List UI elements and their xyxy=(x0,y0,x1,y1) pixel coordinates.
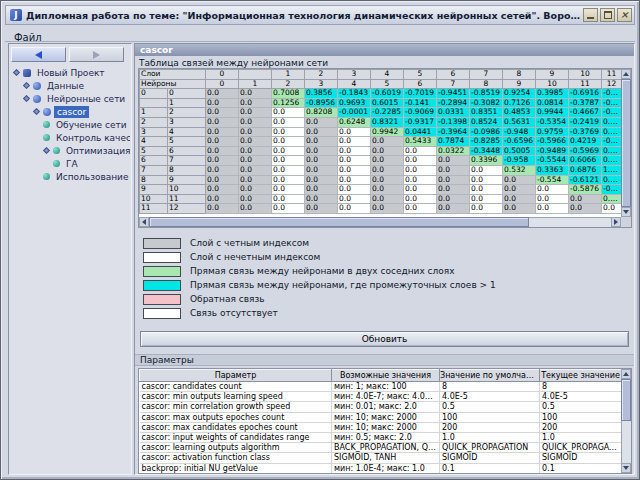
weight-cell[interactable]: 0.0 xyxy=(371,156,404,166)
weight-cell[interactable]: 0.0 xyxy=(404,146,437,156)
tree-item-data[interactable]: Данные xyxy=(10,79,130,92)
weight-cell[interactable]: 0.0 xyxy=(206,165,239,175)
weight-cell[interactable]: -0.5876 xyxy=(569,185,602,195)
params-row[interactable]: cascor: max outputs epoches countмин: 10… xyxy=(140,412,622,422)
weight-cell[interactable]: 0.0 xyxy=(239,146,272,156)
weight-cell[interactable]: -0.0001 xyxy=(338,108,371,118)
weight-cell[interactable]: 0.0 xyxy=(536,185,569,195)
weight-cell[interactable]: 0.5005 xyxy=(503,146,536,156)
weight-cell[interactable]: 0.0 xyxy=(536,194,569,204)
weight-cell[interactable]: 0.1256 xyxy=(272,98,305,108)
weight-cell[interactable]: -0.6596 xyxy=(503,137,536,147)
expanded-handle-icon[interactable] xyxy=(13,69,20,76)
weight-cell[interactable]: 0.6815 xyxy=(602,194,622,204)
weight-cell[interactable]: -0.5969 xyxy=(569,146,602,156)
params-cell[interactable]: cascor: max outputs epoches count xyxy=(140,412,332,422)
weight-cell[interactable]: -0.3769 xyxy=(569,127,602,137)
weight-cell[interactable]: 0.5433 xyxy=(404,137,437,147)
weight-cell[interactable]: 0.6066 xyxy=(569,156,602,166)
weight-cell[interactable]: 0.0 xyxy=(602,204,622,214)
weight-cell[interactable]: 0.0 xyxy=(437,156,470,166)
weight-cell[interactable]: 0.7874 xyxy=(437,137,470,147)
weight-cell[interactable]: -0.3448 xyxy=(470,146,503,156)
weight-cell[interactable]: -0.9317 xyxy=(404,117,437,127)
weight-cell[interactable]: 0.0 xyxy=(437,185,470,195)
weight-cell[interactable]: 0.0 xyxy=(305,194,338,204)
weight-cell[interactable]: -0.6121 xyxy=(569,175,602,185)
params-row[interactable]: cascor: input weights of candidates rang… xyxy=(140,433,622,443)
params-column-header[interactable]: Параметр xyxy=(140,370,332,382)
params-cell[interactable]: QUICK_PROPAGATION xyxy=(540,443,622,453)
weight-cell[interactable]: 0.9254 xyxy=(503,89,536,99)
weight-cell[interactable]: 0.0814 xyxy=(536,98,569,108)
expanded-handle-icon[interactable] xyxy=(33,108,40,115)
weight-cell[interactable]: -0.8285 xyxy=(470,137,503,147)
weight-cell[interactable]: 0.3985 xyxy=(536,89,569,99)
scrollbar-thumb[interactable] xyxy=(621,79,631,207)
params-cell[interactable]: 8 xyxy=(440,382,540,392)
params-cell[interactable]: 0.5 xyxy=(540,402,622,412)
refresh-button[interactable]: Обновить xyxy=(140,331,629,347)
weight-cell[interactable]: -0.0986 xyxy=(470,127,503,137)
weight-cell[interactable]: 0.0 xyxy=(536,204,569,214)
weight-cell[interactable]: -0.948 xyxy=(503,127,536,137)
params-cell[interactable]: 100 xyxy=(540,412,622,422)
weight-cell[interactable]: -0.1843 xyxy=(338,89,371,99)
params-row[interactable]: cascor: min correlation growth speedмин:… xyxy=(140,402,622,412)
maximize-button[interactable] xyxy=(600,8,615,22)
weight-cell[interactable]: 0.0 xyxy=(305,165,338,175)
weight-cell[interactable]: -0.3787 xyxy=(569,98,602,108)
weight-cell[interactable]: 0.0 xyxy=(206,194,239,204)
weight-cell[interactable]: 0.0 xyxy=(437,194,470,204)
weight-cell[interactable]: 0.0 xyxy=(371,137,404,147)
weight-cell[interactable]: 0.8524 xyxy=(470,117,503,127)
weight-cell[interactable]: 0.0 xyxy=(206,185,239,195)
params-row[interactable]: cascor: candidates countмин: 1; макс: 10… xyxy=(140,382,622,392)
scrollbar-thumb[interactable] xyxy=(621,379,631,421)
weight-cell[interactable]: 0.0 xyxy=(338,127,371,137)
tree-item-quality-control[interactable]: Контроль качества xyxy=(10,131,130,144)
weight-cell[interactable]: -0.9451 xyxy=(437,89,470,99)
weight-cell[interactable]: -0.2517 xyxy=(602,89,622,99)
params-vertical-scrollbar[interactable] xyxy=(621,369,631,473)
weight-cell[interactable]: -0.958 xyxy=(503,156,536,166)
weight-cell[interactable]: 0.3363 xyxy=(536,165,569,175)
weight-cell[interactable]: -0.5544 xyxy=(536,156,569,166)
weight-cell[interactable]: 0.0 xyxy=(272,117,305,127)
weight-cell[interactable]: 0.0441 xyxy=(404,127,437,137)
weight-cell[interactable]: 0.3856 xyxy=(305,89,338,99)
params-column-header[interactable]: Значение по умолчанию xyxy=(440,370,540,382)
weight-cell[interactable]: 0.0 xyxy=(272,194,305,204)
weight-cell[interactable]: -0.2351 xyxy=(602,185,622,195)
weight-cell[interactable]: 0.6876 xyxy=(569,165,602,175)
params-cell[interactable]: мин: 1.0E-4; макс: 1.0 xyxy=(332,463,440,473)
weight-cell[interactable]: -0.1398 xyxy=(437,117,470,127)
weight-cell[interactable]: 0.0 xyxy=(470,175,503,185)
weight-cell[interactable]: 0.0 xyxy=(272,175,305,185)
weight-cell[interactable]: 0.0 xyxy=(272,185,305,195)
params-cell[interactable]: мин: 10; макс: 2000 xyxy=(332,422,440,432)
params-cell[interactable]: мин: 1; макс: 100 xyxy=(332,382,440,392)
weight-cell[interactable]: 0.0 xyxy=(338,185,371,195)
weight-cell[interactable]: 0.0 xyxy=(404,175,437,185)
weight-cell[interactable]: 0.0 xyxy=(503,175,536,185)
weight-cell[interactable]: 0.9944 xyxy=(536,108,569,118)
params-cell[interactable]: SIGMOID xyxy=(540,453,622,463)
weight-cell[interactable]: 0.9543 xyxy=(602,175,622,185)
weight-cell[interactable]: -0.3964 xyxy=(437,127,470,137)
weight-cell[interactable]: 0.0 xyxy=(239,204,272,214)
tree-item-neural-networks[interactable]: Нейронные сети xyxy=(10,92,130,105)
weight-cell[interactable]: 0.0 xyxy=(371,185,404,195)
weight-cell[interactable]: -0.9044 xyxy=(602,108,622,118)
weight-cell[interactable]: 0.8321 xyxy=(371,117,404,127)
weight-cell[interactable]: 0.0 xyxy=(239,89,272,99)
weight-cell[interactable]: 0.0 xyxy=(470,185,503,195)
weight-cell[interactable]: 0.0 xyxy=(503,204,536,214)
weight-cell[interactable]: 0.8351 xyxy=(470,108,503,118)
weight-cell[interactable]: 0.0 xyxy=(305,156,338,166)
weight-cell[interactable]: -0.6916 xyxy=(569,89,602,99)
weight-cell[interactable]: 0.532 xyxy=(503,165,536,175)
params-cell[interactable]: мин: 0.5; макс: 2.0 xyxy=(332,433,440,443)
collapsed-handle-icon[interactable] xyxy=(23,82,30,89)
weight-cell[interactable]: 0.0 xyxy=(272,108,305,118)
